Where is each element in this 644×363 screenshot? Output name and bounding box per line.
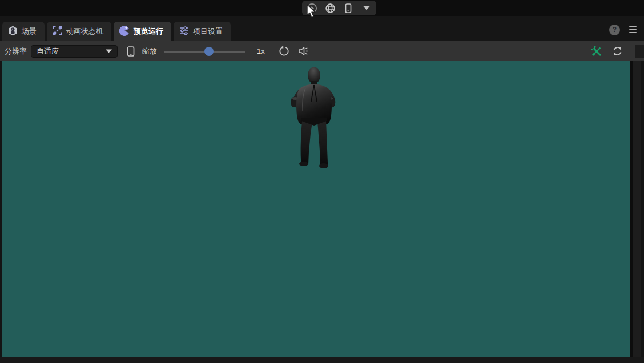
refresh-icon[interactable] [611,45,624,58]
top-bar [0,0,644,16]
humanoid-character-model [288,66,343,171]
resolution-label: 分辨率 [5,46,27,57]
tabbar-right-controls: ? [609,16,638,41]
globe-icon[interactable] [321,1,339,15]
speaker-icon[interactable] [297,45,311,57]
toolbar-right-controls [590,45,644,58]
preview-run-icon [119,26,130,38]
window-edge-left [0,61,2,357]
window-edge [635,45,644,58]
tab-label: 场景 [22,26,37,37]
resolution-value: 自适应 [37,46,59,57]
tab-scene[interactable]: 场景 [2,22,45,41]
preview-controls [302,1,376,15]
resolution-select[interactable]: 自适应 [31,45,118,58]
device-rotate-icon[interactable] [125,45,136,58]
zoom-value: 1x [257,47,265,55]
zoom-slider[interactable] [164,47,245,56]
preview-toolbar: 分辨率 自适应 缩放 1x [0,41,644,61]
play-circle-icon[interactable] [303,1,320,15]
reset-rotate-icon[interactable] [277,45,291,58]
caret-down-icon[interactable] [358,1,375,15]
editor-window: 场景 动画状态机 预览运行 [0,0,644,363]
tab-label: 项目设置 [193,26,223,37]
state-machine-icon [53,26,62,37]
scene-icon [8,26,18,38]
tab-label: 预览运行 [134,26,163,37]
sliders-icon [179,26,189,37]
zoom-label: 缩放 [142,46,157,57]
tab-bar: 场景 动画状态机 预览运行 [0,16,644,41]
tab-animation-state-machine[interactable]: 动画状态机 [47,22,111,41]
help-icon[interactable]: ? [609,25,620,35]
hamburger-menu-icon[interactable] [627,25,638,35]
window-edge-right [630,61,644,357]
tab-label: 动画状态机 [66,26,103,37]
caret-down-icon [106,49,112,53]
tab-preview-run[interactable]: 预览运行 [114,22,171,41]
tools-icon[interactable] [590,45,603,58]
tab-project-settings[interactable]: 项目设置 [174,22,231,41]
zoom-slider-handle[interactable] [204,47,214,56]
phone-icon[interactable] [340,1,357,15]
preview-viewport[interactable] [0,61,644,357]
bottom-bar [0,357,644,363]
